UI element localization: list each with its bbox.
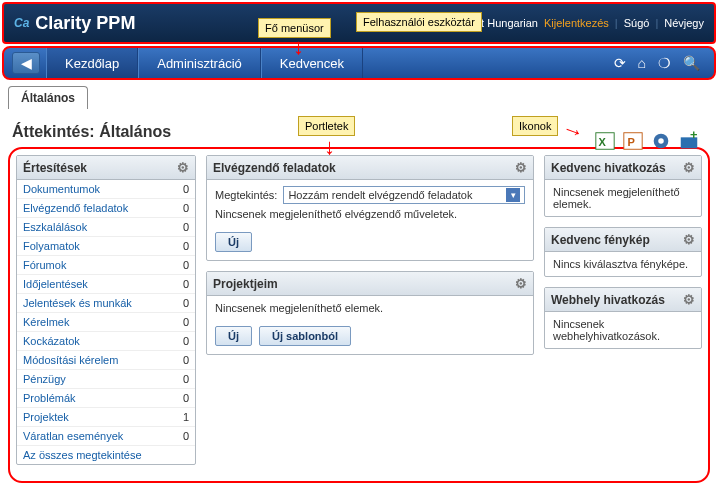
svg-text:X: X xyxy=(599,136,607,148)
notification-link[interactable]: Pénzügy xyxy=(23,373,66,385)
export-excel-icon[interactable]: X xyxy=(594,130,616,152)
tab-row: Általános xyxy=(0,82,718,109)
portlet-projects: Projektjeim ⚙ Nincsenek megjeleníthető e… xyxy=(206,271,534,355)
view-label: Megtekintés: xyxy=(215,189,277,201)
globe-icon[interactable]: ❍ xyxy=(658,55,671,71)
portlet-site-links: Webhely hivatkozás ⚙ Nincsenek webhelyhi… xyxy=(544,287,702,349)
notification-link[interactable]: Kérelmek xyxy=(23,316,69,328)
notification-count: 0 xyxy=(173,392,189,404)
gear-icon[interactable]: ⚙ xyxy=(177,160,189,175)
svg-point-5 xyxy=(658,138,664,144)
portlet-notifications: Értesítések ⚙ Dokumentumok0Elvégzendő fe… xyxy=(16,155,196,465)
notification-link[interactable]: Időjelentések xyxy=(23,278,88,290)
notification-row: Váratlan események0 xyxy=(17,427,195,446)
projects-empty-text: Nincsenek megjeleníthető elemek. xyxy=(215,302,525,314)
notification-row: Eszkalálások0 xyxy=(17,218,195,237)
notification-row: Pénzügy0 xyxy=(17,370,195,389)
notification-link[interactable]: Elvégzendő feladatok xyxy=(23,202,128,214)
notification-count: 0 xyxy=(173,221,189,233)
notification-link[interactable]: Kockázatok xyxy=(23,335,80,347)
gear-icon[interactable]: ⚙ xyxy=(683,232,695,247)
notification-row: Dokumentumok0 xyxy=(17,180,195,199)
notification-link[interactable]: Váratlan események xyxy=(23,430,123,442)
svg-text:+: + xyxy=(690,130,698,142)
home-icon[interactable]: ⌂ xyxy=(638,55,646,71)
notification-row: Folyamatok0 xyxy=(17,237,195,256)
notification-row: Kérelmek0 xyxy=(17,313,195,332)
notification-count: 0 xyxy=(173,259,189,271)
portlet-fav-links: Kedvenc hivatkozás ⚙ Nincsenek megjelení… xyxy=(544,155,702,217)
menu-admin[interactable]: Adminisztráció xyxy=(138,48,261,78)
svg-text:P: P xyxy=(628,136,635,148)
notification-row: Projektek1 xyxy=(17,408,195,427)
gear-icon[interactable]: ⚙ xyxy=(683,160,695,175)
notification-link[interactable]: Fórumok xyxy=(23,259,66,271)
notification-row: Elvégzendő feladatok0 xyxy=(17,199,195,218)
new-button[interactable]: Új xyxy=(215,326,252,346)
new-button[interactable]: Új xyxy=(215,232,252,252)
back-button[interactable]: ◀ xyxy=(12,52,40,74)
notification-link[interactable]: Eszkalálások xyxy=(23,221,87,233)
portlet-title: Elvégzendő feladatok xyxy=(213,161,336,175)
view-select[interactable]: Hozzám rendelt elvégzendő feladatok ▾ xyxy=(283,186,525,204)
callout-user-toolbar: Felhasználói eszköztár xyxy=(356,12,482,32)
todos-empty-text: Nincsenek megjeleníthető elvégzendő műve… xyxy=(215,208,525,220)
fav-photo-body: Nincs kiválasztva fényképe. xyxy=(545,252,701,276)
notification-count: 0 xyxy=(173,202,189,214)
logo: Ca xyxy=(14,16,29,30)
portlet-title: Értesítések xyxy=(23,161,87,175)
notification-link[interactable]: Módosítási kérelem xyxy=(23,354,118,366)
tab-general[interactable]: Általános xyxy=(8,86,88,109)
notification-count: 0 xyxy=(173,354,189,366)
notification-link[interactable]: Jelentések és munkák xyxy=(23,297,132,309)
gear-icon[interactable]: ⚙ xyxy=(515,276,527,291)
portlet-fav-photo: Kedvenc fénykép ⚙ Nincs kiválasztva fény… xyxy=(544,227,702,277)
export-ppt-icon[interactable]: P xyxy=(622,130,644,152)
notification-count: 0 xyxy=(173,316,189,328)
about-link[interactable]: Névjegy xyxy=(664,17,704,29)
callout-main-menu: Fő menüsor xyxy=(258,18,331,38)
site-links-body: Nincsenek webhelyhivatkozások. xyxy=(545,312,701,348)
notification-count: 1 xyxy=(173,411,189,423)
arrow-portlets: ↓ xyxy=(324,134,335,160)
main-menu-bar: ◀ Kezdőlap Adminisztráció Kedvencek ⟳ ⌂ … xyxy=(2,46,716,80)
notification-row: Jelentések és munkák0 xyxy=(17,294,195,313)
notification-count: 0 xyxy=(173,183,189,195)
gear-icon[interactable]: ⚙ xyxy=(683,292,695,307)
notification-link[interactable]: Problémák xyxy=(23,392,76,404)
search-icon[interactable]: 🔍 xyxy=(683,55,700,71)
notification-row: Problémák0 xyxy=(17,389,195,408)
portlet-todos: Elvégzendő feladatok ⚙ Megtekintés: Hozz… xyxy=(206,155,534,261)
notification-row: Módosítási kérelem0 xyxy=(17,351,195,370)
portlet-title: Kedvenc fénykép xyxy=(551,233,650,247)
refresh-icon[interactable]: ⟳ xyxy=(614,55,626,71)
notification-row: Kockázatok0 xyxy=(17,332,195,351)
notification-link[interactable]: Dokumentumok xyxy=(23,183,100,195)
notification-count: 0 xyxy=(173,335,189,347)
callout-icons: Ikonok xyxy=(512,116,558,136)
fav-links-body: Nincsenek megjeleníthető elemek. xyxy=(545,180,701,216)
notification-link[interactable]: Folyamatok xyxy=(23,240,80,252)
view-all-link[interactable]: Az összes megtekintése xyxy=(23,449,142,461)
portlet-title: Projektjeim xyxy=(213,277,278,291)
notification-row: Fórumok0 xyxy=(17,256,195,275)
settings-icon[interactable] xyxy=(650,130,672,152)
export-icons: X P + xyxy=(594,130,700,152)
notification-count: 0 xyxy=(173,278,189,290)
add-portlet-icon[interactable]: + xyxy=(678,130,700,152)
chevron-down-icon: ▾ xyxy=(506,188,520,202)
help-link[interactable]: Súgó xyxy=(624,17,650,29)
notification-row: Időjelentések0 xyxy=(17,275,195,294)
new-from-template-button[interactable]: Új sablonból xyxy=(259,326,351,346)
portlet-title: Kedvenc hivatkozás xyxy=(551,161,666,175)
gear-icon[interactable]: ⚙ xyxy=(515,160,527,175)
callout-portlets: Portletek xyxy=(298,116,355,136)
menu-favorites[interactable]: Kedvencek xyxy=(261,48,363,78)
notification-count: 0 xyxy=(173,297,189,309)
notification-count: 0 xyxy=(173,240,189,252)
portlet-title: Webhely hivatkozás xyxy=(551,293,665,307)
logout-link[interactable]: Kijelentkezés xyxy=(544,17,609,29)
menu-home[interactable]: Kezdőlap xyxy=(46,48,138,78)
notification-link[interactable]: Projektek xyxy=(23,411,69,423)
notification-count: 0 xyxy=(173,373,189,385)
